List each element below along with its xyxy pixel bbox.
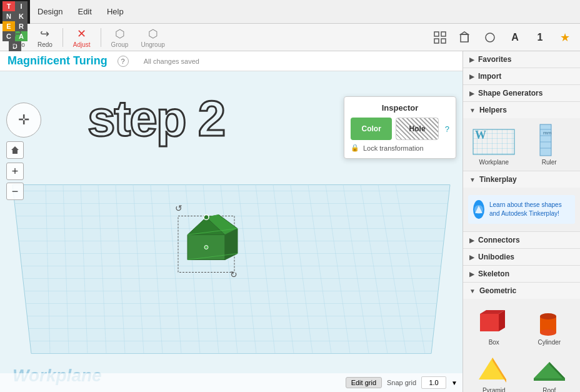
import-arrow-icon: ▶ (469, 73, 474, 80)
unibodies-section: ▶ Unibodies (463, 249, 580, 266)
svg-marker-77 (534, 378, 565, 381)
help-button[interactable]: ? (118, 56, 129, 67)
svg-marker-69 (499, 310, 505, 331)
box-shape-item[interactable]: Box (468, 304, 520, 348)
svg-rect-0 (434, 32, 439, 36)
svg-text:mm: mm (543, 130, 552, 136)
text-button[interactable]: A (505, 28, 525, 48)
svg-point-71 (540, 313, 556, 319)
ungroup-button[interactable]: ⬡ Ungroup (136, 25, 169, 50)
connectors-header[interactable]: ▶ Connectors (463, 232, 580, 248)
project-bar: Magnificent Turing ? All changes saved (0, 51, 462, 71)
svg-point-55 (204, 246, 208, 249)
star-button[interactable]: ★ (555, 28, 575, 48)
svg-rect-4 (461, 34, 468, 42)
tinkerplay-header[interactable]: ▼ Tinkerplay (463, 171, 580, 188)
svg-point-72 (540, 329, 556, 336)
favorites-section: ▶ Favorites (463, 51, 580, 68)
cylinder-shape-item[interactable]: Cylinder (524, 304, 576, 348)
main-content: Magnificent Turing ? All changes saved s… (0, 51, 580, 392)
tinkerplay-text: Learn about these shapes and Autodesk Ti… (489, 201, 570, 218)
logo-cell-n: N (2, 11, 15, 21)
geometric-content: Box Cylinder (463, 299, 580, 392)
ungroup-label: Ungroup (141, 41, 164, 48)
workplane-helper-item[interactable]: W Workplane (468, 123, 520, 166)
shape-generators-header[interactable]: ▶ Shape Generators (463, 85, 580, 101)
logo[interactable]: T I N K E R C A D (0, 0, 30, 24)
favorites-arrow-icon: ▶ (469, 56, 474, 63)
tinkerplay-banner[interactable]: Learn about these shapes and Autodesk Ti… (468, 195, 575, 224)
grid-view-button[interactable] (430, 28, 450, 48)
svg-text:↻: ↻ (230, 269, 238, 279)
svg-marker-5 (461, 32, 468, 34)
snap-dropdown-icon[interactable]: ▼ (451, 379, 458, 386)
skeleton-arrow-icon: ▶ (469, 271, 474, 278)
connectors-arrow-icon: ▶ (469, 237, 474, 244)
import-header[interactable]: ▶ Import (463, 68, 580, 84)
helpers-label: Helpers (479, 106, 507, 114)
geometric-section: ▼ Geometric Box (463, 283, 580, 392)
group-label: Group (111, 41, 129, 48)
helpers-header[interactable]: ▼ Helpers (463, 102, 580, 118)
undo-button[interactable]: ↩ Undo (5, 25, 30, 50)
toolbar-sep-2 (101, 28, 101, 47)
box-view-button[interactable] (455, 28, 475, 48)
menu-bar: T I N K E R C A D Design Edit Help (0, 0, 580, 24)
skeleton-header[interactable]: ▶ Skeleton (463, 266, 580, 282)
zoom-in-button[interactable]: + (6, 163, 24, 180)
hole-button[interactable]: Hole (396, 118, 438, 140)
helpers-arrow-icon: ▼ (469, 107, 476, 114)
ruler-helper-item[interactable]: mm Ruler (524, 123, 576, 166)
pyramid-shape-item[interactable]: Pyramid (468, 352, 520, 392)
group-icon: ⬡ (115, 27, 125, 41)
logo-cell-k: K (15, 11, 28, 21)
svg-rect-67 (480, 314, 499, 331)
menu-edit[interactable]: Edit (70, 0, 99, 24)
canvas-area[interactable]: step 2 (0, 71, 462, 392)
skeleton-section: ▶ Skeleton (463, 266, 580, 283)
unibodies-header[interactable]: ▶ Unibodies (463, 249, 580, 265)
adjust-button[interactable]: ✕ Adjust (68, 25, 96, 50)
roof-shape-item[interactable]: Roof (524, 352, 576, 392)
lock-icon: 🔒 (351, 144, 359, 152)
sphere-view-button[interactable] (480, 28, 500, 48)
cylinder-label: Cylinder (538, 339, 561, 346)
box-thumb (475, 306, 512, 338)
cylinder-thumb (531, 306, 568, 338)
home-view-button[interactable] (6, 141, 24, 159)
shapes-grid: Box Cylinder (468, 304, 575, 392)
inspector-panel: Inspector Color Hole ? 🔒 Lock transforma… (344, 96, 456, 159)
favorites-label: Favorites (478, 55, 511, 64)
logo-cell-t: T (2, 1, 15, 11)
zoom-out-button[interactable]: − (6, 183, 24, 200)
pyramid-thumb (475, 354, 512, 386)
shape-generators-label: Shape Generators (478, 89, 542, 98)
number-button[interactable]: 1 (530, 28, 550, 48)
geometric-header[interactable]: ▼ Geometric (463, 283, 580, 299)
canvas-panel: Magnificent Turing ? All changes saved s… (0, 51, 462, 392)
box-label: Box (489, 339, 499, 346)
redo-icon: ↪ (40, 27, 49, 41)
adjust-icon: ✕ (77, 27, 86, 41)
favorites-header[interactable]: ▶ Favorites (463, 51, 580, 68)
svg-rect-59 (540, 124, 551, 156)
pan-control[interactable]: ✛ (6, 103, 41, 138)
shape-generators-section: ▶ Shape Generators (463, 85, 580, 102)
group-button[interactable]: ⬡ Group (106, 25, 134, 50)
edit-grid-button[interactable]: Edit grid (346, 377, 382, 388)
color-button[interactable]: Color (351, 118, 392, 140)
snap-grid-input[interactable] (421, 376, 446, 389)
toolbar-right: A 1 ★ (430, 28, 575, 48)
bottom-bar: Edit grid Snap grid ▼ (0, 373, 462, 392)
svg-rect-3 (441, 39, 446, 43)
inspector-help-icon[interactable]: ? (445, 124, 449, 134)
right-panel: ▶ Favorites ▶ Import ▶ Shape Generators … (462, 51, 580, 392)
menu-help[interactable]: Help (99, 0, 131, 24)
redo-button[interactable]: ↪ Redo (32, 25, 58, 50)
project-name[interactable]: Magnificent Turing (8, 54, 108, 68)
menu-design[interactable]: Design (30, 0, 70, 24)
helpers-content: W Workplane mm (463, 118, 580, 171)
svg-marker-73 (479, 358, 506, 379)
shape-gen-arrow-icon: ▶ (469, 90, 474, 97)
connectors-label: Connectors (478, 236, 520, 244)
